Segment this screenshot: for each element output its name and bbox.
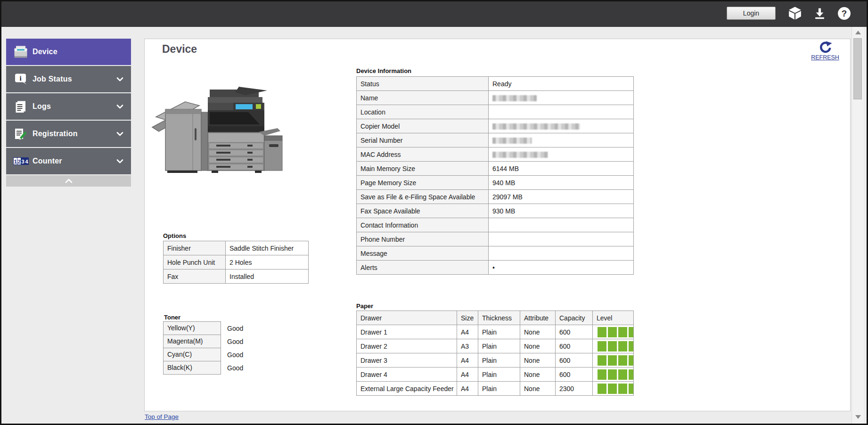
scroll-up-arrow-icon bbox=[855, 31, 861, 34]
sidebar-item-label: Counter bbox=[33, 157, 62, 165]
table-row: Drawer 3A4PlainNone600 bbox=[357, 353, 634, 368]
cell-label: Page Memory Size bbox=[357, 176, 489, 190]
scroll-down-button[interactable] bbox=[852, 412, 864, 422]
table-row: Alerts• bbox=[357, 261, 634, 275]
scrollbar-thumb[interactable] bbox=[853, 38, 862, 99]
table-row: Main Memory Size6144 MB bbox=[357, 162, 634, 176]
device-information-table: StatusReadyNameLocationCopier ModelSeria… bbox=[356, 76, 634, 275]
cell-value: Installed bbox=[226, 270, 309, 284]
cell-size: A3 bbox=[457, 339, 478, 353]
cell-capacity: 600 bbox=[556, 353, 593, 368]
sidebar-item-label: Device bbox=[33, 48, 57, 56]
table-row: Drawer 4A4PlainNone600 bbox=[357, 368, 634, 382]
paper-column-header: Capacity bbox=[556, 311, 593, 325]
toner-list: Yellow(Y)GoodMagenta(M)GoodCyan(C)GoodBl… bbox=[163, 322, 295, 375]
cell-value bbox=[489, 232, 634, 246]
level-segment bbox=[618, 384, 627, 394]
table-row: Save as File & e-Filing Space Available2… bbox=[357, 190, 634, 204]
cell-label: MAC Address bbox=[357, 147, 489, 162]
cell-value: 930 MB bbox=[489, 204, 634, 218]
toner-color-label: Cyan(C) bbox=[163, 348, 221, 361]
table-row: Copier Model bbox=[357, 119, 634, 133]
table-row: Message bbox=[357, 246, 634, 261]
cell-label: Status bbox=[357, 77, 489, 91]
cell-label: Save as File & e-Filing Space Available bbox=[357, 190, 489, 204]
cell-value: 6144 MB bbox=[489, 162, 634, 176]
cell-label: Fax bbox=[164, 270, 226, 284]
toner-color-label: Black(K) bbox=[163, 361, 221, 375]
cell-thickness: Plain bbox=[478, 353, 520, 368]
paper-column-header: Drawer bbox=[357, 311, 457, 325]
login-button[interactable]: Login bbox=[727, 7, 776, 20]
device-information-heading: Device Information bbox=[356, 67, 411, 74]
logs-icon bbox=[12, 100, 29, 113]
toner-row: Yellow(Y)Good bbox=[163, 321, 295, 335]
cell-thickness: Plain bbox=[478, 325, 520, 339]
cell-label: Location bbox=[357, 105, 489, 119]
printer-image bbox=[151, 83, 283, 175]
table-row: External Large Capacity FeederA4PlainNon… bbox=[357, 382, 634, 396]
cell-drawer: External Large Capacity Feeder bbox=[357, 382, 457, 396]
cell-attribute: None bbox=[520, 339, 556, 353]
sidebar-item-label: Registration bbox=[33, 130, 78, 138]
level-segment bbox=[618, 369, 627, 380]
cell-drawer: Drawer 1 bbox=[357, 325, 457, 339]
cell-label: Hole Punch Unit bbox=[164, 255, 226, 270]
sidebar-item-logs[interactable]: Logs bbox=[6, 93, 131, 120]
cell-level bbox=[593, 353, 634, 368]
browser-window: Login ? DeviceiJob StatusLogsRegistratio… bbox=[0, 0, 868, 425]
chevron-up-icon bbox=[65, 177, 73, 185]
cell-label: Fax Space Available bbox=[357, 204, 489, 218]
sidebar-item-registration[interactable]: Registration bbox=[6, 121, 131, 147]
cell-level bbox=[593, 368, 634, 382]
cell-capacity: 600 bbox=[556, 325, 593, 339]
level-segment bbox=[608, 355, 617, 366]
ebridge-cube-icon[interactable] bbox=[788, 6, 802, 20]
masked-value bbox=[492, 138, 532, 144]
cell-value: 29097 MB bbox=[489, 190, 634, 204]
toner-row: Cyan(C)Good bbox=[163, 348, 295, 361]
cell-size: A4 bbox=[457, 382, 478, 396]
sidebar-item-job-status[interactable]: iJob Status bbox=[6, 66, 131, 92]
table-row: Contact Information bbox=[357, 218, 634, 232]
cell-level bbox=[593, 325, 634, 339]
level-segment bbox=[608, 341, 617, 351]
top-of-page-link[interactable]: Top of Page bbox=[145, 413, 179, 420]
paper-table: DrawerSizeThicknessAttributeCapacityLeve… bbox=[356, 311, 634, 396]
download-icon[interactable] bbox=[812, 6, 827, 20]
level-segment bbox=[618, 327, 627, 337]
chevron-down-icon bbox=[116, 75, 123, 83]
cell-label: Phone Number bbox=[357, 232, 489, 246]
cell-value: Saddle Stitch Finisher bbox=[226, 241, 309, 255]
cell-size: A4 bbox=[457, 353, 478, 368]
cell-value: 940 MB bbox=[489, 176, 634, 190]
cell-level bbox=[593, 382, 634, 396]
level-segment bbox=[608, 369, 617, 380]
options-table: FinisherSaddle Stitch FinisherHole Punch… bbox=[163, 241, 309, 284]
chevron-down-icon bbox=[116, 157, 123, 165]
cell-value: Ready bbox=[489, 77, 634, 91]
table-row: Location bbox=[357, 105, 634, 119]
vertical-scrollbar[interactable] bbox=[852, 27, 864, 424]
toner-status: Good bbox=[227, 338, 243, 345]
sidebar-collapse-button[interactable] bbox=[6, 175, 131, 187]
paper-column-header: Attribute bbox=[520, 311, 556, 325]
sidebar-item-counter[interactable]: 1234Counter bbox=[6, 148, 131, 174]
sidebar-item-device[interactable]: Device bbox=[6, 39, 131, 65]
registration-icon bbox=[12, 128, 29, 140]
refresh-label: REFRESH bbox=[811, 54, 839, 61]
level-segment bbox=[629, 355, 634, 366]
table-row: FaxInstalled bbox=[164, 270, 309, 284]
help-icon[interactable]: ? bbox=[837, 6, 851, 20]
cell-drawer: Drawer 3 bbox=[357, 353, 457, 368]
scroll-down-arrow-icon bbox=[855, 415, 861, 419]
cell-label: Name bbox=[357, 91, 489, 105]
refresh-link[interactable]: REFRESH bbox=[807, 41, 843, 61]
cell-attribute: None bbox=[520, 325, 556, 339]
scroll-up-button[interactable] bbox=[852, 28, 864, 37]
cell-label: Message bbox=[357, 246, 489, 261]
cell-value bbox=[489, 91, 634, 105]
toner-row: Magenta(M)Good bbox=[163, 335, 295, 348]
paper-column-header: Size bbox=[457, 311, 478, 325]
table-row: Drawer 1A4PlainNone600 bbox=[357, 325, 634, 339]
